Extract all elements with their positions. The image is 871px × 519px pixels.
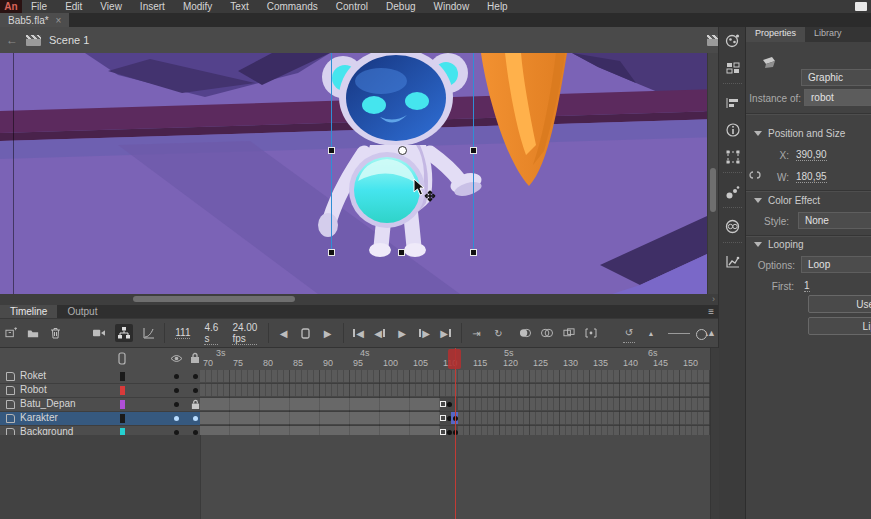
cc-libraries-icon[interactable]: [719, 213, 746, 240]
loop-range-icon[interactable]: ↻: [492, 324, 504, 342]
selection-handle[interactable]: [398, 249, 405, 256]
reset-timeline-zoom-icon[interactable]: ↺: [623, 324, 635, 343]
selection-handle[interactable]: [470, 249, 477, 256]
delete-layer-icon[interactable]: [49, 324, 61, 342]
graph-editor-icon[interactable]: [143, 324, 155, 342]
tab-output[interactable]: Output: [57, 305, 107, 318]
layer-parenting-icon[interactable]: [115, 324, 133, 342]
layer-visibility-dot[interactable]: [174, 402, 179, 407]
symbol-type-dropdown[interactable]: Graphic: [801, 69, 871, 86]
center-playhead-icon[interactable]: ⇥: [470, 324, 482, 342]
menu-item-modify[interactable]: Modify: [174, 0, 221, 13]
selection-handle[interactable]: [328, 249, 335, 256]
selection-handle[interactable]: [328, 147, 335, 154]
section-position-size[interactable]: Position and Size: [754, 128, 845, 139]
next-keyframe-icon[interactable]: ▶: [418, 324, 430, 342]
menu-item-debug[interactable]: Debug: [377, 0, 424, 13]
use-frame-picker-button[interactable]: Use Fra: [808, 295, 871, 313]
info-icon[interactable]: [719, 116, 746, 143]
tab-properties[interactable]: Properties: [746, 27, 805, 42]
layer-lock-dot[interactable]: [193, 374, 198, 379]
timeline-vertical-scrollbar[interactable]: [710, 348, 719, 519]
section-color-effect[interactable]: Color Effect: [754, 195, 820, 206]
close-icon[interactable]: ×: [56, 15, 62, 26]
camera-icon[interactable]: [93, 324, 105, 342]
go-to-last-frame-icon[interactable]: ▶: [440, 324, 452, 342]
layer-lock-dot[interactable]: [193, 388, 198, 393]
layer-row-batu_depan[interactable]: Batu_Depan: [0, 398, 718, 412]
scrollbar-thumb[interactable]: [710, 168, 716, 212]
play-icon[interactable]: ▶: [396, 324, 408, 342]
playhead-marker[interactable]: [448, 349, 461, 369]
transform-icon[interactable]: [719, 143, 746, 170]
scrollbar-thumb[interactable]: [133, 296, 295, 302]
brush-dots-icon[interactable]: [719, 178, 746, 205]
style-dropdown[interactable]: None: [798, 212, 871, 229]
loop-playback-icon[interactable]: [300, 324, 312, 342]
window-control-icon[interactable]: [855, 2, 867, 11]
new-folder-icon[interactable]: [27, 324, 39, 342]
panel-menu-icon[interactable]: ≡: [708, 306, 714, 317]
elapsed-time[interactable]: 4.6 s: [204, 322, 218, 345]
onion-skin-outlines-icon[interactable]: [541, 324, 553, 342]
menu-item-view[interactable]: View: [91, 0, 131, 13]
menu-item-window[interactable]: Window: [425, 0, 479, 13]
tab-library[interactable]: Library: [805, 27, 851, 42]
stage-canvas[interactable]: [0, 53, 718, 294]
layer-row-karakter[interactable]: Karakter: [0, 412, 718, 426]
x-value[interactable]: 390,90: [796, 149, 827, 161]
layer-outline-swatch[interactable]: [120, 400, 125, 409]
zoom-out-frames-icon[interactable]: ▲: [645, 324, 657, 342]
first-value[interactable]: 1: [804, 280, 810, 292]
layer-outline-swatch[interactable]: [120, 372, 125, 381]
layer-visibility-dot[interactable]: [174, 416, 179, 421]
menu-item-edit[interactable]: Edit: [56, 0, 91, 13]
layer-visibility-dot[interactable]: [174, 388, 179, 393]
section-looping[interactable]: Looping: [754, 239, 804, 250]
menu-item-text[interactable]: Text: [221, 0, 257, 13]
layer-lock-dot[interactable]: [193, 416, 198, 421]
go-to-first-frame-icon[interactable]: ◀: [352, 324, 364, 342]
new-layer-icon[interactable]: [5, 324, 17, 342]
instance-name-field[interactable]: robot: [804, 89, 871, 106]
lock-column-icon[interactable]: [190, 352, 200, 364]
eye-column-icon[interactable]: [170, 354, 183, 363]
timeline-zoom-slider[interactable]: [668, 333, 690, 334]
modify-markers-icon[interactable]: [585, 324, 597, 342]
app-logo[interactable]: An: [0, 0, 22, 13]
layer-row-roket[interactable]: Roket: [0, 370, 718, 384]
layer-outline-swatch[interactable]: [120, 386, 125, 395]
color-ball-icon[interactable]: [719, 27, 746, 54]
layer-visibility-dot[interactable]: [174, 374, 179, 379]
layer-outline-swatch[interactable]: [120, 414, 125, 423]
step-back-icon[interactable]: ◀: [278, 324, 290, 342]
layer-lock-icon[interactable]: [191, 399, 200, 412]
w-value[interactable]: 180,95: [796, 171, 827, 183]
stage-horizontal-scrollbar[interactable]: ›: [0, 294, 718, 305]
previous-keyframe-icon[interactable]: ◀: [374, 324, 386, 342]
step-forward-icon[interactable]: ▶: [322, 324, 334, 342]
scroll-right-icon[interactable]: ›: [712, 294, 715, 304]
menu-item-control[interactable]: Control: [327, 0, 377, 13]
camera-column-icon[interactable]: [118, 352, 126, 365]
align-icon[interactable]: [719, 89, 746, 116]
lip-syncing-button[interactable]: Lip S: [808, 317, 871, 335]
frame-rate[interactable]: 24.00 fps: [232, 322, 257, 345]
current-frame-counter[interactable]: 111: [175, 327, 190, 339]
edit-multiple-frames-icon[interactable]: [563, 324, 575, 342]
layer-row-robot[interactable]: Robot: [0, 384, 718, 398]
onion-skin-icon[interactable]: [519, 324, 531, 342]
menu-item-insert[interactable]: Insert: [131, 0, 174, 13]
history-graph-icon[interactable]: [719, 248, 746, 275]
back-arrow-icon[interactable]: ←: [0, 33, 26, 47]
slider-handle[interactable]: [696, 329, 707, 340]
swatches-icon[interactable]: [719, 54, 746, 81]
transform-point[interactable]: [398, 146, 407, 155]
document-tab[interactable]: Bab5.fla* ×: [0, 13, 69, 27]
scene-label[interactable]: Scene 1: [49, 34, 89, 46]
selection-handle[interactable]: [470, 147, 477, 154]
menu-item-file[interactable]: File: [22, 0, 56, 13]
menu-item-help[interactable]: Help: [478, 0, 517, 13]
menu-item-commands[interactable]: Commands: [258, 0, 327, 13]
tab-timeline[interactable]: Timeline: [0, 305, 57, 318]
